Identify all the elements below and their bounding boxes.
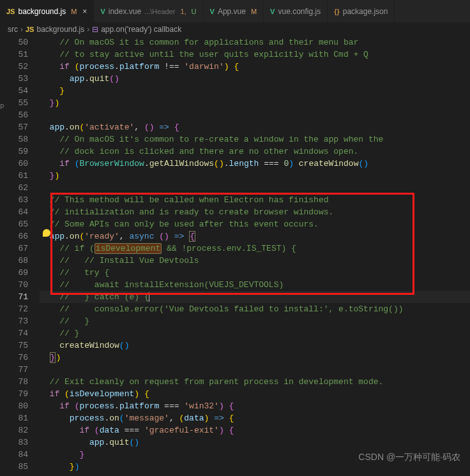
line-number: 71 <box>0 291 28 303</box>
chevron-right-icon: › <box>87 25 89 34</box>
code-line[interactable]: }) <box>40 352 470 364</box>
line-number: 83 <box>0 436 28 449</box>
line-number: 62 <box>0 182 28 194</box>
tab-label: vue.config.js <box>278 7 321 16</box>
vue-file-icon: V <box>210 8 215 15</box>
code-line[interactable]: app.on('activate', () => { <box>40 121 470 133</box>
line-number: 57 <box>0 121 28 133</box>
code-line[interactable]: app.quit() <box>40 73 470 85</box>
code-line[interactable] <box>40 182 470 194</box>
code-line[interactable]: app.quit() <box>40 436 470 449</box>
code-line[interactable]: // // Install Vue Devtools <box>40 255 470 267</box>
code-line[interactable]: if (data === 'graceful-exit') { <box>40 424 470 436</box>
code-line[interactable]: // Some APIs can only be used after this… <box>40 218 470 230</box>
js-file-icon: JS <box>6 8 15 15</box>
code-line[interactable] <box>40 109 470 121</box>
watermark-text: CSDN @一万种可能·码农 <box>358 452 460 463</box>
modified-badge: M <box>251 8 257 15</box>
line-number: 54 <box>0 85 28 97</box>
tabs-bar: JS background.js M × V index.vue ...\Hea… <box>0 0 470 22</box>
line-number: 58 <box>0 133 28 145</box>
line-number: 64 <box>0 206 28 218</box>
line-number: 52 <box>0 61 28 73</box>
line-number: 73 <box>0 315 28 327</box>
code-line[interactable]: // } <box>40 327 470 339</box>
line-number: 59 <box>0 145 28 158</box>
line-number: 63 <box>0 194 28 206</box>
tab-label: background.js <box>18 7 66 16</box>
tab-app-vue[interactable]: V App.vue M <box>204 0 264 22</box>
line-number: 81 <box>0 412 28 424</box>
chevron-right-icon: › <box>20 25 23 34</box>
line-number: 61 <box>0 170 28 182</box>
code-line[interactable]: // to stay active until the user quits e… <box>40 48 470 61</box>
code-line[interactable]: // On macOS it is common for application… <box>40 36 470 48</box>
lightbulb-icon[interactable] <box>43 229 50 237</box>
tab-background-js[interactable]: JS background.js M × <box>0 0 94 22</box>
line-number: 50 <box>0 36 28 48</box>
line-number: 85 <box>0 461 28 473</box>
line-number: 78 <box>0 376 28 388</box>
code-line[interactable]: if (BrowserWindow.getAllWindows().length… <box>40 158 470 170</box>
code-line[interactable]: // Exit cleanly on request from parent p… <box>40 376 470 388</box>
line-number: 70 <box>0 279 28 291</box>
code-line[interactable]: // initialization and is ready to create… <box>40 206 470 218</box>
line-number: 66 <box>0 230 28 242</box>
code-line[interactable]: if (process.platform === 'win32') { <box>40 400 470 412</box>
line-number: 53 <box>0 73 28 85</box>
untracked-badge: U <box>192 8 197 15</box>
code-line[interactable]: createWindow() <box>40 339 470 352</box>
vue-file-icon: V <box>270 8 275 15</box>
code-line[interactable] <box>40 364 470 376</box>
code-editor[interactable]: 5051525354555657585960616263646566676869… <box>0 36 470 473</box>
breadcrumb-seg[interactable]: src <box>8 25 18 34</box>
code-line[interactable]: // dock icon is clicked and there are no… <box>40 145 470 158</box>
code-line[interactable]: // await installExtension(VUEJS_DEVTOOLS… <box>40 279 470 291</box>
js-file-icon: JS <box>26 26 34 33</box>
line-number: 55 <box>0 97 28 109</box>
tab-vue-config[interactable]: V vue.config.js <box>264 0 328 22</box>
close-icon[interactable]: × <box>82 7 87 16</box>
breadcrumb[interactable]: src › JS background.js › ⊟ app.on('ready… <box>0 22 470 36</box>
code-line[interactable]: // try { <box>40 267 470 279</box>
code-line[interactable]: // if (isDevelopment && !process.env.IS_… <box>40 242 470 255</box>
line-number: 84 <box>0 449 28 461</box>
tab-package-json[interactable]: {} package.json <box>328 0 395 22</box>
tab-path-dim: ...\Header <box>144 8 175 15</box>
tab-label: index.vue <box>109 7 141 16</box>
line-number: 77 <box>0 364 28 376</box>
line-number: 69 <box>0 267 28 279</box>
code-line[interactable]: }) <box>40 170 470 182</box>
line-number: 72 <box>0 303 28 315</box>
line-number: 80 <box>0 400 28 412</box>
tab-label: App.vue <box>218 7 246 16</box>
code-line[interactable]: }) <box>40 97 470 109</box>
tab-label: package.json <box>343 7 388 16</box>
line-number: 79 <box>0 388 28 400</box>
breadcrumb-seg[interactable]: app.on('ready') callback <box>101 25 181 34</box>
modified-badge: M <box>71 8 77 15</box>
code-line[interactable]: // } catch (e) { <box>40 291 470 303</box>
code-line[interactable]: // On macOS it's common to re-create a w… <box>40 133 470 145</box>
code-line[interactable]: // console.error('Vue Devtools failed to… <box>40 303 470 315</box>
code-line[interactable]: // } <box>40 315 470 327</box>
line-number: 51 <box>0 48 28 61</box>
code-line[interactable]: if (process.platform !== 'darwin') { <box>40 61 470 73</box>
code-line[interactable]: if (isDevelopment) { <box>40 388 470 400</box>
code-content[interactable]: // On macOS it is common for application… <box>40 36 470 473</box>
breadcrumb-seg[interactable]: background.js <box>36 25 84 34</box>
line-number: 82 <box>0 424 28 436</box>
code-line[interactable]: // This method will be called when Elect… <box>40 194 470 206</box>
code-line[interactable]: } <box>40 85 470 97</box>
line-number: 60 <box>0 158 28 170</box>
code-line[interactable]: process.on('message', (data) => { <box>40 412 470 424</box>
code-line[interactable]: app.on('ready', async () => { <box>40 230 470 242</box>
json-file-icon: {} <box>334 8 340 15</box>
tab-index-vue[interactable]: V index.vue ...\Header 1, U <box>94 0 203 22</box>
line-number: 56 <box>0 109 28 121</box>
line-number: 74 <box>0 327 28 339</box>
line-number: 75 <box>0 339 28 352</box>
vue-file-icon: V <box>100 8 105 15</box>
line-number: 76 <box>0 352 28 364</box>
method-icon: ⊟ <box>92 25 98 34</box>
